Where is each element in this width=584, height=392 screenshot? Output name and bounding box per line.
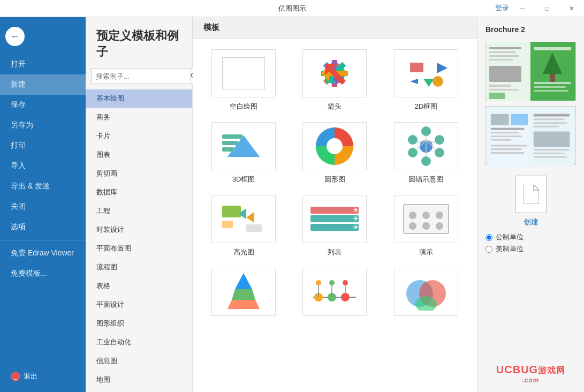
category-item-database[interactable]: 数据库 xyxy=(86,183,192,202)
pyramid-thumb xyxy=(211,268,276,316)
svg-rect-73 xyxy=(489,59,513,61)
svg-rect-41 xyxy=(310,207,359,214)
blank-label: 空白绘图 xyxy=(230,102,257,111)
category-item-flowchart[interactable]: 流程图 xyxy=(86,258,192,277)
exit-button[interactable]: ⎯ 退出 xyxy=(0,366,86,387)
preview-image-1 xyxy=(486,42,576,101)
sidebar-item-saveas[interactable]: 另存为 xyxy=(0,115,86,135)
3dframe-icon xyxy=(217,125,270,168)
pyramid-icon xyxy=(217,270,270,313)
category-item-industrial[interactable]: 工业自动化 xyxy=(86,333,192,352)
category-item-basic[interactable]: 基本绘图 xyxy=(86,89,192,108)
template-list[interactable]: 列表 xyxy=(294,195,375,257)
arrow-thumb xyxy=(302,49,367,97)
svg-point-29 xyxy=(408,135,418,145)
sidebar-item-options[interactable]: 选项 xyxy=(0,217,86,237)
svg-rect-95 xyxy=(534,114,570,117)
titlebar: 亿图图示 登录 ─ □ ✕ xyxy=(0,0,584,17)
template-blank[interactable]: 空白绘图 xyxy=(203,49,284,111)
create-label[interactable]: 创建 xyxy=(524,217,539,227)
category-item-chart[interactable]: 图表 xyxy=(86,146,192,164)
search-bar xyxy=(86,68,192,89)
3dframe-thumb xyxy=(211,122,276,170)
sidebar-item-open[interactable]: 打开 xyxy=(0,54,86,74)
sidebar-item-print[interactable]: 打印 xyxy=(0,135,86,156)
svg-marker-38 xyxy=(246,212,254,223)
sidebar-item-export[interactable]: 导出 & 发送 xyxy=(0,176,86,197)
circular-icon xyxy=(313,125,356,168)
category-item-business[interactable]: 商务 xyxy=(86,108,192,127)
2dframe-thumb xyxy=(394,49,458,97)
svg-rect-98 xyxy=(534,126,559,127)
radio-custom[interactable]: 美制单位 xyxy=(486,244,576,254)
back-button[interactable]: ← xyxy=(5,27,25,46)
template-slideshow[interactable]: 演示 xyxy=(386,195,466,257)
svg-rect-97 xyxy=(534,122,567,124)
slideshow-thumb xyxy=(394,195,458,243)
category-item-clipart[interactable]: 剪切画 xyxy=(86,164,192,183)
template-highlight[interactable]: 高光图 xyxy=(203,195,284,257)
category-item-table[interactable]: 表格 xyxy=(86,277,192,296)
svg-rect-70 xyxy=(489,47,521,49)
template-timeline[interactable] xyxy=(294,268,375,320)
category-item-floorplan[interactable]: 平面布置图 xyxy=(86,239,192,258)
radio-custom-label: 美制单位 xyxy=(496,244,524,254)
template-pyramid[interactable] xyxy=(203,268,284,320)
maximize-button[interactable]: □ xyxy=(535,0,559,17)
svg-rect-101 xyxy=(534,153,565,154)
close-button[interactable]: ✕ xyxy=(559,0,584,17)
login-button[interactable]: 登录 xyxy=(495,3,509,13)
category-item-infographic[interactable]: 信息图 xyxy=(86,352,192,371)
minimize-button[interactable]: ─ xyxy=(510,0,535,17)
ucbug-sub: .com xyxy=(486,376,576,384)
list-label: 列表 xyxy=(328,247,342,257)
category-item-card[interactable]: 卡片 xyxy=(86,127,192,146)
template-3dframe[interactable]: 3D框图 xyxy=(203,122,284,184)
sidebar-bottom: ⎯ 退出 xyxy=(0,366,86,392)
svg-point-46 xyxy=(422,212,430,219)
svg-point-45 xyxy=(409,212,416,219)
svg-point-13 xyxy=(433,76,443,87)
template-2dframe[interactable]: 2D框图 xyxy=(386,49,466,111)
radio-group: 公制单位 美制单位 xyxy=(486,232,576,254)
svg-point-26 xyxy=(435,148,444,157)
radio-public[interactable]: 公制单位 xyxy=(486,232,576,242)
sidebar-item-viewer[interactable]: 免费 Edraw Viewer xyxy=(0,243,86,263)
svg-rect-83 xyxy=(489,93,505,99)
svg-point-27 xyxy=(421,156,431,166)
radial-icon xyxy=(405,125,448,168)
sidebar-item-freetemplate[interactable]: 免费模板... xyxy=(0,263,86,284)
svg-rect-76 xyxy=(489,89,519,91)
svg-rect-43 xyxy=(310,224,359,231)
svg-rect-96 xyxy=(534,118,565,120)
sidebar-item-save[interactable]: 保存 xyxy=(0,95,86,115)
radial-label: 圆辐示意图 xyxy=(408,175,443,184)
svg-point-28 xyxy=(408,148,418,157)
svg-rect-81 xyxy=(534,90,568,92)
highlight-icon xyxy=(217,200,270,238)
preview-panel: Brochure 2 xyxy=(477,17,584,392)
category-item-fashion[interactable]: 时装设计 xyxy=(86,221,192,239)
template-venn[interactable] xyxy=(386,268,466,320)
create-icon xyxy=(515,176,547,213)
svg-rect-75 xyxy=(489,85,511,87)
sidebar-item-new[interactable]: 新建 xyxy=(0,74,86,95)
category-item-engineering[interactable]: 工程 xyxy=(86,202,192,221)
sidebar-items: 打开新建保存另存为打印导入导出 & 发送关闭选项免费 Edraw Viewer免… xyxy=(0,54,86,284)
template-radial[interactable]: 圆辐示意图 xyxy=(386,122,466,184)
svg-rect-42 xyxy=(310,215,359,222)
category-item-map[interactable]: 地图 xyxy=(86,371,192,389)
list-icon xyxy=(308,200,361,238)
svg-rect-82 xyxy=(534,47,571,50)
search-input[interactable] xyxy=(91,68,191,84)
svg-rect-102 xyxy=(534,156,567,158)
category-item-graphorg[interactable]: 图形组织 xyxy=(86,314,192,333)
templates-header: 模板 xyxy=(193,17,477,39)
sidebar-item-close[interactable]: 关闭 xyxy=(0,197,86,217)
2dframe-label: 2D框图 xyxy=(415,102,438,111)
category-item-mindmap[interactable]: 思维导图 xyxy=(86,389,192,392)
sidebar-item-import[interactable]: 导入 xyxy=(0,156,86,176)
category-item-flatdesign[interactable]: 平面设计 xyxy=(86,296,192,314)
template-circular[interactable]: 圆形图 xyxy=(294,122,375,184)
template-arrow[interactable]: 箭头 xyxy=(294,49,375,111)
